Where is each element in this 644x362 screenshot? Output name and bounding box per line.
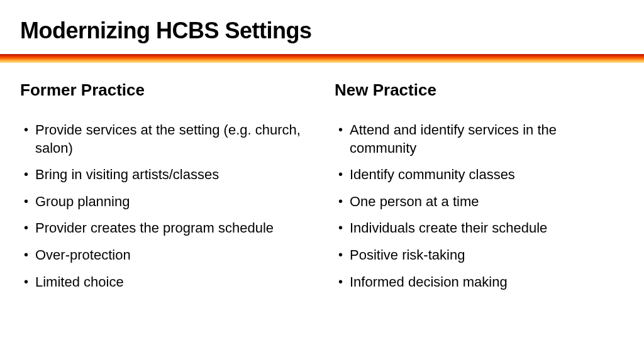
- list-item: Bring in visiting artists/classes: [20, 166, 309, 184]
- left-column: Former Practice Provide services at the …: [20, 80, 309, 300]
- slide: Modernizing HCBS Settings Former Practic…: [0, 0, 644, 362]
- list-item: Limited choice: [20, 273, 309, 292]
- list-item: Group planning: [20, 193, 309, 211]
- list-item: Individuals create their schedule: [335, 219, 624, 238]
- left-list: Provide services at the setting (e.g. ch…: [20, 121, 309, 291]
- right-heading: New Practice: [335, 80, 624, 100]
- left-heading: Former Practice: [20, 80, 309, 100]
- divider-bar: [0, 54, 644, 63]
- columns-container: Former Practice Provide services at the …: [20, 80, 624, 300]
- list-item: Attend and identify services in the comm…: [335, 121, 624, 157]
- right-list: Attend and identify services in the comm…: [335, 121, 624, 291]
- list-item: Provider creates the program schedule: [20, 219, 309, 238]
- list-item: Informed decision making: [335, 273, 624, 292]
- list-item: One person at a time: [335, 193, 624, 211]
- list-item: Positive risk-taking: [335, 246, 624, 265]
- right-column: New Practice Attend and identify service…: [335, 80, 624, 300]
- list-item: Identify community classes: [335, 166, 624, 184]
- list-item: Provide services at the setting (e.g. ch…: [20, 121, 309, 157]
- page-title: Modernizing HCBS Settings: [20, 18, 624, 44]
- list-item: Over-protection: [20, 246, 309, 265]
